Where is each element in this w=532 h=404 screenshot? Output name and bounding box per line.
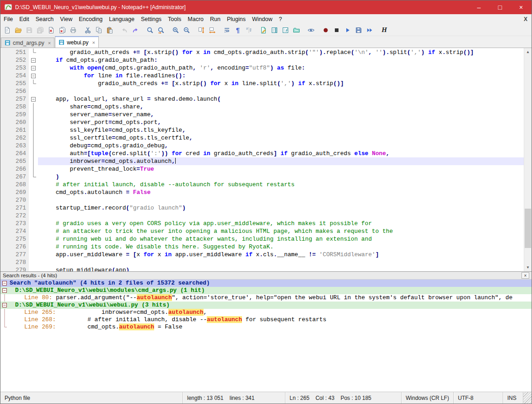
monitoring-icon[interactable] (306, 25, 317, 35)
line-number[interactable]: 254 (0, 72, 29, 80)
menu-item-help[interactable]: ? (275, 15, 285, 24)
code-line-255[interactable]: 255 gradio_auth_creds += [x.strip() for … (0, 80, 532, 87)
menu-item-language[interactable]: Language (106, 15, 138, 24)
code-line-273[interactable]: 273 # gradio uses a very open CORS polic… (0, 220, 532, 227)
code-line-260[interactable]: 260 server_port=cmd_opts.port, (0, 119, 532, 126)
menu-item-macro[interactable]: Macro (184, 15, 207, 24)
line-number[interactable]: 262 (0, 134, 29, 142)
menu-close-button[interactable]: X (524, 16, 527, 22)
maximize-button[interactable]: □ (489, 0, 511, 14)
line-number[interactable]: 271 (0, 204, 29, 212)
menu-item-edit[interactable]: Edit (16, 15, 32, 24)
close-button[interactable]: × (511, 0, 532, 14)
line-number[interactable]: 269 (0, 189, 29, 196)
undo-icon[interactable] (119, 25, 130, 35)
code-line-265[interactable]: 265 inbrowser=cmd_opts.autolaunch, (0, 157, 532, 165)
scrollbar-thumb[interactable] (525, 209, 531, 248)
code-line-278[interactable]: 278 (0, 259, 532, 266)
line-number[interactable]: 276 (0, 243, 29, 251)
run-macro-multiple-icon[interactable] (364, 25, 375, 35)
html-plugin-icon[interactable]: H (379, 25, 390, 35)
code-line-267[interactable]: 267 ) (0, 173, 532, 181)
search-hit-row[interactable]: Line 80: parser.add_argument("--autolaun… (0, 294, 532, 302)
record-macro-icon[interactable] (320, 25, 331, 35)
line-number[interactable]: 279 (0, 266, 29, 271)
code-editor[interactable]: 251 gradio_auth_creds += [x.strip() for … (0, 48, 532, 271)
close-icon[interactable] (46, 25, 57, 35)
scrollbar-up-arrow[interactable]: ▲ (524, 48, 532, 56)
encoding-label[interactable]: UTF-8 (454, 392, 503, 404)
line-number[interactable]: 260 (0, 119, 29, 126)
code-line-257[interactable]: 257 app, local_url, share_url = shared.d… (0, 95, 532, 103)
code-line-261[interactable]: 261 ssl_keyfile=cmd_opts.tls_keyfile, (0, 126, 532, 134)
line-number[interactable]: 264 (0, 150, 29, 157)
eol-format[interactable]: Windows (CR LF) (402, 392, 454, 404)
save-macro-icon[interactable] (353, 25, 364, 35)
code-line-277[interactable]: 277 app.user_middleware = [x for x in ap… (0, 251, 532, 259)
print-icon[interactable] (68, 25, 79, 35)
line-number[interactable]: 275 (0, 235, 29, 243)
code-line-279[interactable]: 279 setup_middleware(app) (0, 266, 532, 271)
line-number[interactable]: 268 (0, 181, 29, 189)
search-file-row[interactable]: D:\SD_WEBUI_Neuro_v1\webui\webui.py (3 h… (0, 302, 532, 309)
menu-item-encoding[interactable]: Encoding (75, 15, 106, 24)
function-list-icon[interactable] (280, 25, 291, 35)
menu-item-tools[interactable]: Tools (165, 15, 184, 24)
code-line-271[interactable]: 271 startup_timer.record("gradio launch"… (0, 204, 532, 212)
line-number[interactable]: 272 (0, 212, 29, 220)
line-number[interactable]: 257 (0, 95, 29, 103)
redo-icon[interactable] (130, 25, 141, 35)
code-line-264[interactable]: 264 auth=[tuple(cred.split(':')) for cre… (0, 150, 532, 157)
search-file-row[interactable]: D:\SD_WEBUI_Neuro_v1\webui\modules\cmd_a… (0, 287, 532, 294)
code-line-276[interactable]: 276 # running its code. We disable this … (0, 243, 532, 251)
menu-item-run[interactable]: Run (207, 15, 224, 24)
line-number[interactable]: 261 (0, 126, 29, 134)
code-line-251[interactable]: 251 gradio_auth_creds += [x.strip() for … (0, 48, 532, 56)
code-line-252[interactable]: 252 if cmd_opts.gradio_auth_path: (0, 56, 532, 64)
find-icon[interactable] (145, 25, 156, 35)
show-all-characters-icon[interactable]: ¶ (232, 25, 243, 35)
menu-item-search[interactable]: Search (32, 15, 57, 24)
indent-guide-icon[interactable] (243, 25, 254, 35)
save-icon[interactable] (24, 25, 35, 35)
line-number[interactable]: 278 (0, 259, 29, 266)
code-line-275[interactable]: 275 # running web ui and do whatever the… (0, 235, 532, 243)
line-number[interactable]: 265 (0, 157, 29, 165)
zoom-in-icon[interactable] (170, 25, 181, 35)
sync-horizontal-icon[interactable] (207, 25, 218, 35)
code-line-256[interactable]: 256 (0, 87, 532, 95)
menu-item-view[interactable]: View (57, 15, 75, 24)
code-line-270[interactable]: 270 (0, 196, 532, 204)
resize-grip[interactable] (523, 392, 532, 404)
code-line-259[interactable]: 259 server_name=server_name, (0, 111, 532, 119)
line-number[interactable]: 263 (0, 142, 29, 150)
fold-collapse-icon[interactable] (29, 64, 38, 72)
tab-close-icon[interactable]: × (92, 40, 95, 45)
fold-collapse-icon[interactable] (0, 280, 9, 287)
save-all-icon[interactable] (35, 25, 46, 35)
line-number[interactable]: 259 (0, 111, 29, 119)
menu-item-settings[interactable]: Settings (138, 15, 165, 24)
code-line-272[interactable]: 272 (0, 212, 532, 220)
insert-mode[interactable]: INS (503, 392, 523, 404)
menu-item-window[interactable]: Window (249, 15, 275, 24)
minimize-button[interactable]: – (468, 0, 489, 14)
code-line-254[interactable]: 254 for line in file.readlines(): (0, 72, 532, 80)
folder-workspace-icon[interactable] (291, 25, 302, 35)
search-summary-row[interactable]: Search "autolaunch" (4 hits in 2 files o… (0, 280, 532, 287)
line-number[interactable]: 266 (0, 165, 29, 173)
open-icon[interactable] (13, 25, 24, 35)
fold-collapse-icon[interactable] (0, 302, 9, 309)
code-line-274[interactable]: 274 # an attacker to trick the user into… (0, 227, 532, 235)
close-all-icon[interactable] (57, 25, 68, 35)
code-line-268[interactable]: 268 # after initial launch, disable --au… (0, 181, 532, 189)
fold-collapse-icon[interactable] (29, 95, 38, 103)
menu-item-plugins[interactable]: Plugins (224, 15, 249, 24)
line-number[interactable]: 274 (0, 227, 29, 235)
search-results-close-icon[interactable]: × (521, 272, 529, 279)
play-macro-icon[interactable] (342, 25, 353, 35)
code-line-269[interactable]: 269 cmd_opts.autolaunch = False (0, 189, 532, 196)
line-number[interactable]: 253 (0, 64, 29, 72)
line-number[interactable]: 277 (0, 251, 29, 259)
copy-icon[interactable] (93, 25, 104, 35)
